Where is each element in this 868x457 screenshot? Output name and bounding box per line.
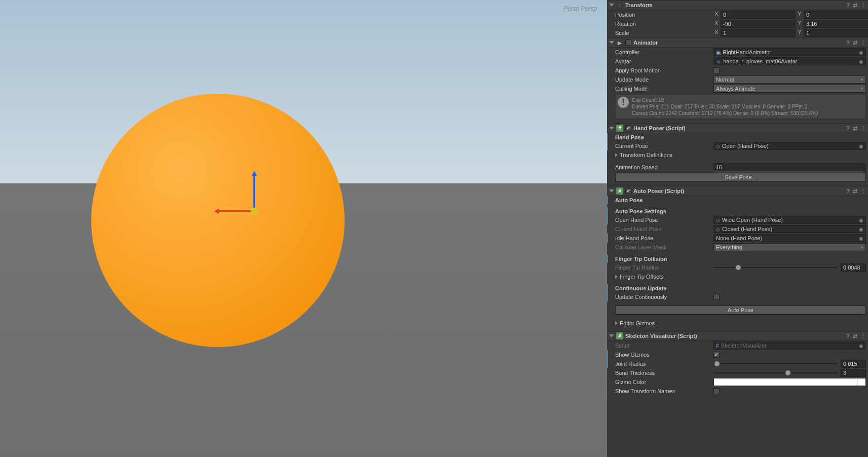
help-icon[interactable]: ? (846, 125, 850, 132)
menu-icon[interactable]: ⋮ (860, 2, 866, 9)
position-x[interactable] (721, 11, 796, 19)
gizmo-color-label: Gizmo Color (615, 379, 711, 385)
joint-radius-field[interactable] (841, 360, 866, 368)
current-pose-label: Current Pose (615, 143, 711, 149)
update-mode-dropdown[interactable]: Normal (713, 75, 866, 84)
preset-icon[interactable]: ⇄ (853, 333, 857, 339)
hand-poser-enable-checkbox[interactable] (625, 125, 631, 131)
transform-header[interactable]: ↕ Transform ? ⇄ ⋮ (607, 0, 868, 10)
script-icon: # (616, 125, 623, 132)
gizmo-color-field[interactable] (713, 378, 866, 386)
object-picker-icon[interactable]: ◉ (859, 143, 863, 149)
projection-label: Persp (563, 5, 579, 12)
scene-viewport[interactable]: Persp Persp (0, 0, 607, 457)
hand-pose-subhead: Hand Pose (607, 133, 868, 141)
collision-layer-mask-dropdown[interactable]: Everything (713, 243, 866, 251)
help-icon[interactable]: ? (846, 40, 850, 46)
auto-poser-header[interactable]: # Auto Poser (Script) ? ⇄ ⋮ (607, 186, 868, 196)
foldout-icon[interactable] (615, 275, 618, 279)
auto-pose-button[interactable]: Auto Pose (615, 306, 866, 315)
finger-tip-radius-slider[interactable] (713, 264, 838, 271)
scriptable-object-icon: ◇ (716, 217, 720, 223)
foldout-icon[interactable] (615, 321, 618, 325)
foldout-icon[interactable] (609, 189, 614, 193)
scale-label: Scale (615, 30, 711, 36)
auto-pose-subhead: Auto Pose (607, 196, 868, 204)
foldout-icon[interactable] (609, 334, 614, 337)
preset-icon[interactable]: ⇄ (853, 2, 857, 9)
help-icon[interactable]: ? (846, 333, 850, 339)
finger-tip-radius-field[interactable] (841, 263, 866, 272)
object-picker-icon[interactable]: ◉ (859, 50, 863, 55)
editor-gizmos-label: Editor Gizmos (620, 320, 655, 326)
controller-field[interactable]: ▣RightHandAnimator◉ (713, 48, 866, 56)
foldout-icon[interactable] (609, 4, 614, 7)
scriptable-object-icon: ◇ (716, 226, 720, 232)
foldout-icon[interactable] (609, 41, 614, 44)
save-pose-button[interactable]: Save Pose... (615, 173, 866, 182)
culling-mode-dropdown[interactable]: Always Animate (713, 85, 866, 93)
auto-poser-enable-checkbox[interactable] (625, 188, 631, 194)
animation-speed-field[interactable] (713, 163, 866, 171)
inspector-panel: ↕ Transform ? ⇄ ⋮ Position X Y Z Rotatio… (607, 0, 868, 457)
open-hand-pose-label: Open Hand Pose (615, 217, 711, 223)
menu-icon[interactable]: ⋮ (860, 125, 866, 132)
scale-y[interactable] (804, 29, 868, 37)
object-picker-icon[interactable]: ◉ (859, 226, 863, 232)
scriptable-object-icon: ◇ (716, 143, 720, 149)
menu-icon[interactable]: ⋮ (860, 333, 866, 339)
animator-header[interactable]: ▶ Animator ? ⇄ ⋮ (607, 37, 868, 48)
culling-mode-label: Culling Mode (615, 86, 711, 92)
pose-sphere (91, 94, 345, 347)
xy-plane-handle[interactable] (251, 208, 258, 215)
preset-icon[interactable]: ⇄ (853, 40, 857, 46)
apply-root-motion-checkbox[interactable] (713, 67, 720, 73)
component-title: Skeleton Visualizer (Script) (625, 333, 697, 339)
finger-tip-offsets-label: Finger Tip Offsets (620, 274, 664, 280)
skeleton-visualizer-header[interactable]: # Skeleton Visualizer (Script) ? ⇄ ⋮ (607, 331, 868, 341)
rotation-label: Rotation (615, 21, 711, 27)
info-icon: ! (618, 97, 629, 108)
closed-hand-pose-field[interactable]: ◇Closed (Hand Pose)◉ (713, 225, 866, 233)
hand-poser-header[interactable]: # Hand Poser (Script) ? ⇄ ⋮ (607, 123, 868, 133)
menu-icon[interactable]: ⋮ (860, 40, 866, 46)
scale-x[interactable] (721, 29, 796, 37)
preset-icon[interactable]: ⇄ (853, 188, 857, 195)
rotation-x[interactable] (721, 20, 796, 28)
open-hand-pose-field[interactable]: ◇Wide Open (Hand Pose)◉ (713, 216, 866, 224)
foldout-icon[interactable] (615, 153, 618, 157)
collision-layer-mask-label: Collision Layer Mask (615, 244, 711, 250)
menu-icon[interactable]: ⋮ (860, 188, 866, 195)
help-icon[interactable]: ? (846, 2, 850, 9)
preset-icon[interactable]: ⇄ (853, 125, 857, 132)
bone-thickness-label: Bone Thickness (615, 370, 711, 376)
current-pose-field[interactable]: ◇Open (Hand Pose)◉ (713, 142, 866, 150)
hand-model[interactable] (76, 15, 461, 400)
avatar-label: Avatar (615, 58, 711, 64)
bone-thickness-slider[interactable] (713, 369, 838, 376)
position-y[interactable] (804, 11, 868, 19)
update-continuously-checkbox[interactable] (713, 294, 720, 300)
avatar-field[interactable]: ☺hands_r_gloves_mat06Avatar◉ (713, 57, 866, 65)
transform-definitions-label: Transform Definitions (620, 152, 672, 158)
idle-hand-pose-field[interactable]: None (Hand Pose)◉ (713, 234, 866, 242)
show-gizmos-checkbox[interactable] (713, 352, 720, 358)
object-picker-icon[interactable]: ◉ (859, 236, 863, 241)
continuous-update-subhead: Continuous Update (607, 284, 868, 292)
object-picker-icon[interactable]: ◉ (859, 59, 863, 64)
help-icon[interactable]: ? (846, 188, 850, 195)
animator-enable-checkbox[interactable] (625, 40, 631, 46)
joint-radius-slider[interactable] (713, 360, 838, 367)
closed-hand-pose-label: Closed Hand Pose (615, 226, 711, 232)
rotation-y[interactable] (804, 20, 868, 28)
x-axis-handle[interactable] (215, 210, 251, 212)
show-transform-names-checkbox[interactable] (713, 388, 720, 394)
component-title: Auto Poser (Script) (633, 188, 684, 194)
bone-thickness-field[interactable] (841, 369, 866, 377)
foldout-icon[interactable] (609, 127, 614, 130)
y-axis-handle[interactable] (253, 172, 255, 208)
object-picker-icon[interactable]: ◉ (859, 217, 863, 223)
joint-radius-label: Joint Radius (615, 361, 711, 367)
finger-tip-radius-label: Finger Tip Radius (615, 264, 711, 271)
idle-hand-pose-label: Idle Hand Pose (615, 235, 711, 241)
